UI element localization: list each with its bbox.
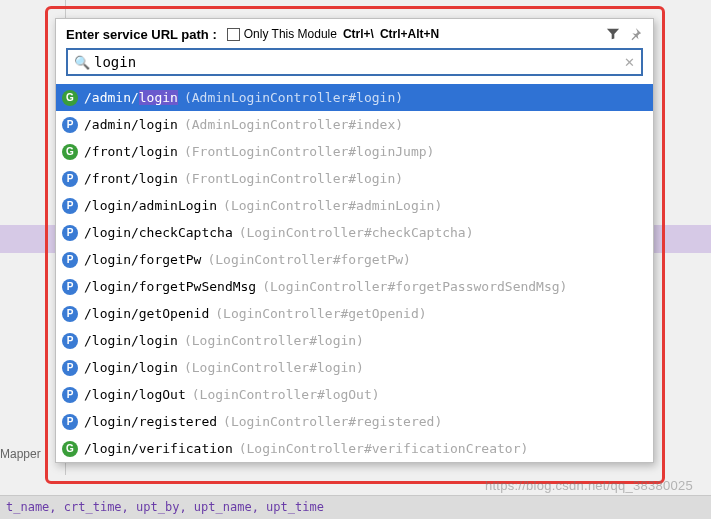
shortcut-2: Ctrl+Alt+N <box>380 27 439 41</box>
method-badge: G <box>62 441 78 457</box>
method-badge: G <box>62 144 78 160</box>
result-path: /login/forgetPwSendMsg <box>84 279 256 294</box>
only-module-checkbox[interactable] <box>227 28 240 41</box>
method-badge: P <box>62 225 78 241</box>
list-item[interactable]: P/front/login(FrontLoginController#login… <box>56 165 653 192</box>
method-badge: P <box>62 306 78 322</box>
filter-icon[interactable] <box>605 26 621 42</box>
pin-icon[interactable] <box>627 26 643 42</box>
list-item[interactable]: P/login/registered(LoginController#regis… <box>56 408 653 435</box>
list-item[interactable]: P/login/getOpenid(LoginController#getOpe… <box>56 300 653 327</box>
result-path: /login/logOut <box>84 387 186 402</box>
result-desc: (AdminLoginController#login) <box>184 90 403 105</box>
result-desc: (AdminLoginController#index) <box>184 117 403 132</box>
list-item[interactable]: P/login/forgetPw(LoginController#forgetP… <box>56 246 653 273</box>
result-desc: (LoginController#forgetPw) <box>207 252 411 267</box>
result-desc: (LoginController#login) <box>184 333 364 348</box>
method-badge: P <box>62 198 78 214</box>
result-path: /admin/login <box>84 90 178 105</box>
result-desc: (LoginController#verificationCreator) <box>239 441 529 456</box>
list-item[interactable]: P/login/login(LoginController#login) <box>56 327 653 354</box>
list-item[interactable]: G/login/verification(LoginController#ver… <box>56 435 653 462</box>
list-item[interactable]: G/front/login(FrontLoginController#login… <box>56 138 653 165</box>
result-desc: (LoginController#forgetPasswordSendMsg) <box>262 279 567 294</box>
result-desc: (LoginController#logOut) <box>192 387 380 402</box>
list-item[interactable]: P/admin/login(AdminLoginController#index… <box>56 111 653 138</box>
result-desc: (FrontLoginController#loginJump) <box>184 144 434 159</box>
search-input[interactable] <box>94 54 624 70</box>
method-badge: P <box>62 171 78 187</box>
clear-icon[interactable]: ✕ <box>624 55 635 70</box>
result-desc: (LoginController#getOpenid) <box>215 306 426 321</box>
result-path: /login/login <box>84 333 178 348</box>
header-label: Enter service URL path : <box>66 27 217 42</box>
method-badge: P <box>62 360 78 376</box>
result-path: /login/registered <box>84 414 217 429</box>
method-badge: P <box>62 333 78 349</box>
result-path: /front/login <box>84 171 178 186</box>
method-badge: P <box>62 279 78 295</box>
result-list: G/admin/login(AdminLoginController#login… <box>56 84 653 462</box>
result-desc: (LoginController#login) <box>184 360 364 375</box>
result-path: /admin/login <box>84 117 178 132</box>
result-path: /login/adminLogin <box>84 198 217 213</box>
popup-header: Enter service URL path : Only This Modul… <box>56 19 653 84</box>
result-desc: (LoginController#registered) <box>223 414 442 429</box>
result-path: /login/verification <box>84 441 233 456</box>
method-badge: G <box>62 90 78 106</box>
watermark: https://blog.csdn.net/qq_38380025 <box>485 478 693 493</box>
list-item[interactable]: P/login/login(LoginController#login) <box>56 354 653 381</box>
method-badge: P <box>62 252 78 268</box>
result-path: /login/checkCaptcha <box>84 225 233 240</box>
service-url-popup: Enter service URL path : Only This Modul… <box>55 18 654 463</box>
list-item[interactable]: P/login/checkCaptcha(LoginController#che… <box>56 219 653 246</box>
list-item[interactable]: P/login/adminLogin(LoginController#admin… <box>56 192 653 219</box>
result-path: /login/getOpenid <box>84 306 209 321</box>
search-field-wrap: 🔍 ✕ <box>66 48 643 76</box>
side-label: Mapper <box>0 447 41 461</box>
only-module-label: Only This Module <box>244 27 337 41</box>
result-path: /login/forgetPw <box>84 252 201 267</box>
bottom-status-bar: t_name, crt_time, upt_by, upt_name, upt_… <box>0 495 711 519</box>
shortcut-1: Ctrl+\ <box>343 27 374 41</box>
method-badge: P <box>62 117 78 133</box>
list-item[interactable]: G/admin/login(AdminLoginController#login… <box>56 84 653 111</box>
method-badge: P <box>62 387 78 403</box>
search-icon: 🔍 <box>74 55 90 70</box>
result-path: /front/login <box>84 144 178 159</box>
result-desc: (LoginController#checkCaptcha) <box>239 225 474 240</box>
method-badge: P <box>62 414 78 430</box>
result-desc: (FrontLoginController#login) <box>184 171 403 186</box>
result-path: /login/login <box>84 360 178 375</box>
result-desc: (LoginController#adminLogin) <box>223 198 442 213</box>
list-item[interactable]: P/login/forgetPwSendMsg(LoginController#… <box>56 273 653 300</box>
list-item[interactable]: P/login/logOut(LoginController#logOut) <box>56 381 653 408</box>
